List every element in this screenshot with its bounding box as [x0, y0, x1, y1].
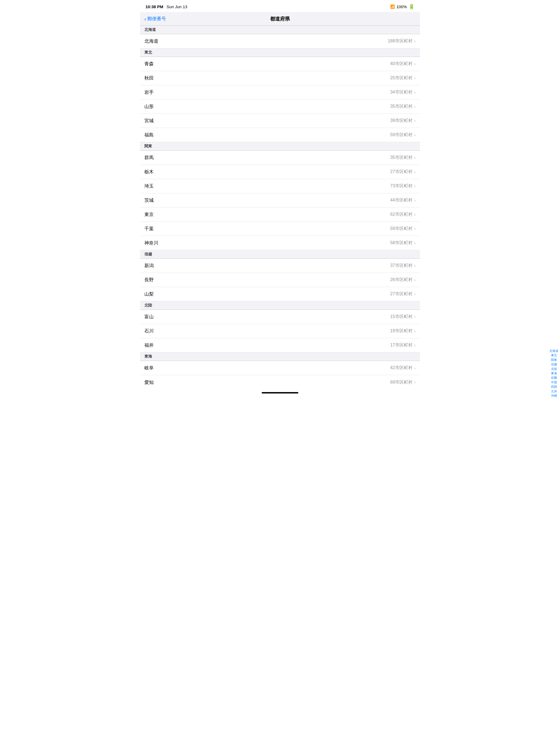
item-count: 188市区町村	[388, 38, 413, 44]
item-label: 富山	[144, 314, 154, 320]
chevron-right-icon: ›	[414, 39, 416, 44]
item-count: 42市区町村	[390, 365, 413, 371]
item-count: 17市区町村	[390, 342, 413, 348]
item-label: 青森	[144, 61, 154, 67]
item-right: 27市区町村›	[390, 291, 416, 297]
item-label: 新潟	[144, 262, 154, 269]
item-count: 25市区町村	[390, 75, 413, 81]
item-count: 44市区町村	[390, 198, 413, 203]
item-right: 44市区町村›	[390, 198, 416, 203]
list-item[interactable]: 千葉59市区町村›	[140, 222, 420, 236]
item-count: 58市区町村	[390, 240, 413, 246]
item-count: 40市区町村	[390, 61, 413, 67]
list-item[interactable]: 福島59市区町村›	[140, 128, 420, 142]
status-time: 10:38 PM	[146, 4, 163, 9]
list-item[interactable]: 新潟37市区町村›	[140, 259, 420, 273]
list-item[interactable]: 宮城39市区町村›	[140, 114, 420, 128]
hokkaido-header: 北海道	[140, 26, 420, 34]
item-label: 千葉	[144, 226, 154, 232]
item-label: 岩手	[144, 89, 154, 96]
item-right: 35市区町村›	[390, 155, 416, 160]
list-item[interactable]: 茨城44市区町村›	[140, 193, 420, 208]
item-count: 62市区町村	[390, 212, 413, 217]
list-item[interactable]: 北海道188市区町村›	[140, 34, 420, 48]
item-count: 34市区町村	[390, 89, 413, 95]
item-label: 山形	[144, 103, 154, 110]
item-right: 19市区町村›	[390, 328, 416, 334]
list-item[interactable]: 石川19市区町村›	[140, 324, 420, 338]
battery-icon: 🔋	[408, 4, 414, 9]
list-item[interactable]: 栃木27市区町村›	[140, 165, 420, 179]
item-right: 59市区町村›	[390, 226, 416, 232]
item-right: 35市区町村›	[390, 104, 416, 109]
item-label: 秋田	[144, 75, 154, 81]
list-item[interactable]: 山梨27市区町村›	[140, 287, 420, 301]
list-item[interactable]: 愛知69市区町村›	[140, 375, 420, 389]
chevron-right-icon: ›	[414, 366, 416, 370]
home-indicator	[140, 389, 420, 396]
list-item[interactable]: 東京62市区町村›	[140, 208, 420, 222]
item-label: 東京	[144, 211, 154, 217]
chevron-right-icon: ›	[414, 119, 416, 123]
chevron-right-icon: ›	[414, 263, 416, 268]
back-chevron-icon: ‹	[144, 16, 146, 22]
item-count: 69市区町村	[390, 380, 413, 385]
back-button[interactable]: ‹ 郵便番号	[144, 16, 166, 22]
item-count: 37市区町村	[390, 263, 413, 268]
home-bar	[262, 392, 298, 393]
list-item[interactable]: 青森40市区町村›	[140, 57, 420, 71]
list-item[interactable]: 富山15市区町村›	[140, 310, 420, 324]
item-right: 26市区町村›	[390, 277, 416, 283]
item-right: 27市区町村›	[390, 169, 416, 175]
item-label: 石川	[144, 328, 154, 334]
chevron-right-icon: ›	[414, 212, 416, 217]
list-item[interactable]: 長野26市区町村›	[140, 273, 420, 287]
list-item[interactable]: 山形35市区町村›	[140, 100, 420, 114]
item-count: 15市区町村	[390, 314, 413, 319]
wifi-icon: 📶	[390, 4, 395, 9]
item-label: 茨城	[144, 197, 154, 203]
chevron-right-icon: ›	[414, 278, 416, 282]
chevron-right-icon: ›	[414, 241, 416, 246]
item-right: 34市区町村›	[390, 89, 416, 95]
list-item[interactable]: 神奈川58市区町村›	[140, 236, 420, 250]
item-count: 39市区町村	[390, 118, 413, 124]
list-item[interactable]: 岐阜42市区町村›	[140, 361, 420, 375]
item-count: 59市区町村	[390, 226, 413, 232]
chevron-right-icon: ›	[414, 380, 416, 385]
item-label: 長野	[144, 277, 154, 283]
chevron-right-icon: ›	[414, 198, 416, 203]
item-count: 19市区町村	[390, 328, 413, 334]
list-item[interactable]: 群馬35市区町村›	[140, 151, 420, 165]
item-right: 188市区町村›	[388, 38, 416, 44]
status-date: Sun Jun 13	[167, 4, 187, 9]
tohoku-header: 東北	[140, 48, 420, 57]
item-right: 37市区町村›	[390, 263, 416, 268]
item-right: 62市区町村›	[390, 212, 416, 217]
item-label: 埼玉	[144, 183, 154, 189]
item-right: 42市区町村›	[390, 365, 416, 371]
list-item[interactable]: 埼玉73市区町村›	[140, 179, 420, 193]
item-count: 59市区町村	[390, 132, 413, 138]
item-right: 58市区町村›	[390, 240, 416, 246]
page-title: 都道府県	[270, 16, 290, 22]
item-count: 35市区町村	[390, 155, 413, 160]
list-item[interactable]: 秋田25市区町村›	[140, 71, 420, 85]
item-count: 27市区町村	[390, 291, 413, 297]
kanto-header: 関東	[140, 142, 420, 151]
item-count: 35市区町村	[390, 104, 413, 109]
item-label: 福井	[144, 342, 154, 349]
chevron-right-icon: ›	[414, 104, 416, 109]
prefectures-list: 北海道北海道188市区町村›東北青森40市区町村›秋田25市区町村›岩手34市区…	[140, 26, 420, 389]
item-label: 群馬	[144, 154, 154, 161]
chevron-right-icon: ›	[414, 184, 416, 189]
list-item[interactable]: 岩手34市区町村›	[140, 85, 420, 100]
list-item[interactable]: 福井17市区町村›	[140, 338, 420, 353]
shinetsu-header: 信越	[140, 250, 420, 259]
status-bar: 10:38 PM Sun Jun 13 📶 100% 🔋	[140, 0, 420, 12]
chevron-right-icon: ›	[414, 90, 416, 95]
item-right: 40市区町村›	[390, 61, 416, 67]
status-icons: 📶 100% 🔋	[390, 4, 414, 9]
battery-percentage: 100%	[397, 4, 407, 9]
item-right: 69市区町村›	[390, 380, 416, 385]
